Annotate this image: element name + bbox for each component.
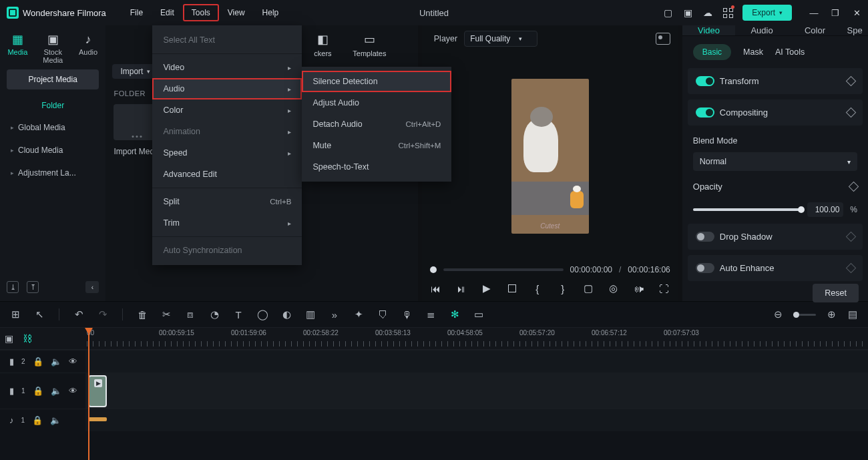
opacity-value[interactable]: 100.00	[807, 202, 843, 217]
tools-item-advanced-edit[interactable]: Advanced Edit	[152, 164, 302, 185]
tools-item-color[interactable]: Color▸	[152, 99, 302, 121]
link-icon[interactable]: ⛓	[18, 333, 36, 344]
mark-out-button[interactable]: }	[557, 283, 569, 294]
menu-tools[interactable]: Tools	[184, 5, 218, 21]
frame-icon[interactable]: ▭	[473, 308, 485, 320]
tools-item-speed[interactable]: Speed▸	[152, 142, 302, 164]
video-preview[interactable]: Cutest	[430, 52, 670, 260]
transform-toggle[interactable]	[696, 76, 714, 86]
mark-in-button[interactable]: {	[531, 283, 544, 294]
tools-item-video[interactable]: Video▸	[152, 57, 302, 78]
transform-section[interactable]: Transform	[688, 68, 863, 94]
tools-item-trim[interactable]: Trim▸	[152, 212, 302, 234]
enhance-icon[interactable]: ✦	[353, 308, 365, 320]
close-button[interactable]: ✕	[852, 8, 861, 17]
minimize-button[interactable]: —	[809, 8, 819, 17]
prop-tab-audio[interactable]: Audio	[735, 25, 789, 35]
apps-icon[interactable]	[722, 7, 733, 18]
prop-tab-video[interactable]: Video	[682, 25, 736, 35]
audio-item-detach-audio[interactable]: Detach AudioCtrl+Alt+D	[302, 113, 451, 135]
compositing-toggle[interactable]	[696, 107, 714, 118]
audio-item-mute[interactable]: MuteCtrl+Shift+M	[302, 135, 451, 156]
color-icon[interactable]: ◐	[280, 308, 292, 320]
keyframe-icon[interactable]	[846, 76, 857, 87]
source-tab-media[interactable]: ▦ Media	[0, 32, 35, 56]
new-folder-button[interactable]: ⤓	[7, 281, 19, 293]
mute-icon[interactable]: 🔈	[51, 386, 61, 396]
opacity-slider[interactable]	[693, 208, 801, 211]
play-pause-button[interactable]: ⏯	[455, 283, 467, 294]
import-button[interactable]: Import ▾	[112, 64, 157, 79]
source-tab-stock[interactable]: ▣ Stock Media	[35, 32, 71, 64]
mic-icon[interactable]: 🎙	[401, 309, 413, 320]
shield-icon[interactable]: ⛉	[377, 309, 389, 320]
stop-button[interactable]	[506, 284, 518, 292]
quality-select[interactable]: Full Quality ▾	[464, 31, 537, 47]
reset-button[interactable]: Reset	[813, 284, 859, 302]
menu-help[interactable]: Help	[254, 5, 287, 21]
keyframe-icon[interactable]	[846, 107, 857, 118]
snapshot-button[interactable]	[656, 33, 670, 45]
track-a1[interactable]: ♪1 🔒 🔈	[0, 409, 868, 431]
mute-icon[interactable]: 🔈	[50, 415, 61, 425]
grid-icon[interactable]: ⊞	[9, 308, 21, 320]
lock-icon[interactable]: 🔒	[33, 357, 43, 367]
menu-file[interactable]: File	[122, 5, 151, 21]
cloud-icon[interactable]: ☁	[702, 7, 713, 18]
video-clip[interactable]	[88, 375, 107, 407]
visible-icon[interactable]: 👁	[69, 386, 77, 396]
compositing-section[interactable]: Compositing	[688, 99, 863, 126]
subtab-basic[interactable]: Basic	[693, 44, 731, 60]
track-icon[interactable]: ◯	[256, 308, 268, 320]
tools-item-split[interactable]: SplitCtrl+B	[152, 191, 302, 212]
prop-tab-color[interactable]: Color	[789, 25, 842, 35]
audio-item-silence-detection[interactable]: Silence Detection	[302, 71, 451, 92]
prev-frame-button[interactable]: ⏮	[430, 283, 442, 294]
subtab-aitools[interactable]: AI Tools	[775, 47, 805, 57]
menu-view[interactable]: View	[220, 5, 253, 21]
auto-enhance-toggle[interactable]	[696, 263, 714, 273]
track-v2[interactable]: ▮2 🔒 🔈 👁	[0, 350, 868, 373]
play-button[interactable]: ▶	[481, 282, 493, 294]
zoom-in-icon[interactable]: ⊕	[825, 308, 837, 320]
more-icon[interactable]: »	[329, 309, 341, 320]
fullscreen-icon[interactable]: ⛶	[658, 283, 670, 294]
visible-icon[interactable]: 👁	[69, 357, 77, 367]
bin-tab-templates[interactable]: ▭ Templates	[346, 32, 393, 57]
keyframe-icon[interactable]	[849, 182, 859, 192]
track-collapse-icon[interactable]: ▣	[0, 333, 18, 344]
drop-shadow-section[interactable]: Drop Shadow	[688, 224, 863, 250]
scrub-handle[interactable]	[430, 266, 437, 273]
camera-icon[interactable]: ◎	[608, 282, 620, 294]
mixer-icon[interactable]: ≣	[425, 308, 437, 320]
delete-icon[interactable]: 🗑	[136, 309, 148, 320]
redo-icon[interactable]: ↷	[97, 308, 109, 320]
text-icon[interactable]: T	[232, 309, 244, 320]
new-bin-button[interactable]: ⤒	[27, 281, 39, 293]
audio-clip[interactable]	[88, 417, 107, 421]
keyframe-icon[interactable]	[846, 263, 857, 274]
maximize-button[interactable]: ❐	[831, 8, 840, 17]
blend-mode-select[interactable]: Normal ▾	[693, 152, 857, 171]
crop-icon[interactable]: ⧈	[184, 308, 196, 320]
undo-icon[interactable]: ↶	[73, 308, 85, 320]
lock-icon[interactable]: 🔒	[33, 386, 43, 396]
side-item-global[interactable]: ▸Global Media	[7, 116, 99, 139]
keyframe-tool-icon[interactable]: ▥	[304, 308, 316, 320]
volume-icon[interactable]: 🕪	[633, 283, 645, 294]
ai-icon[interactable]: ✻	[449, 308, 461, 320]
audio-item-adjust-audio[interactable]: Adjust Audio	[302, 92, 451, 113]
export-button[interactable]: Export ▾	[742, 5, 792, 21]
prop-tab-speed[interactable]: Spe	[841, 25, 868, 35]
bin-tab-stickers[interactable]: ◧ ckers	[299, 32, 346, 57]
subtab-mask[interactable]: Mask	[743, 47, 763, 57]
drop-shadow-toggle[interactable]	[696, 232, 714, 242]
track-v1[interactable]: ▮1 🔒 🔈 👁	[0, 373, 868, 409]
zoom-slider[interactable]	[793, 314, 816, 316]
save-icon[interactable]: ▣	[682, 7, 693, 18]
folder-tab[interactable]: Folder	[0, 95, 105, 116]
side-item-cloud[interactable]: ▸Cloud Media	[7, 139, 99, 162]
timeline-ruler[interactable]: ▣ ⛓ 0000:00:59:1500:01:59:0600:02:58:220…	[0, 327, 868, 350]
cut-icon[interactable]: ✂	[160, 308, 172, 320]
zoom-out-icon[interactable]: ⊖	[772, 308, 784, 320]
